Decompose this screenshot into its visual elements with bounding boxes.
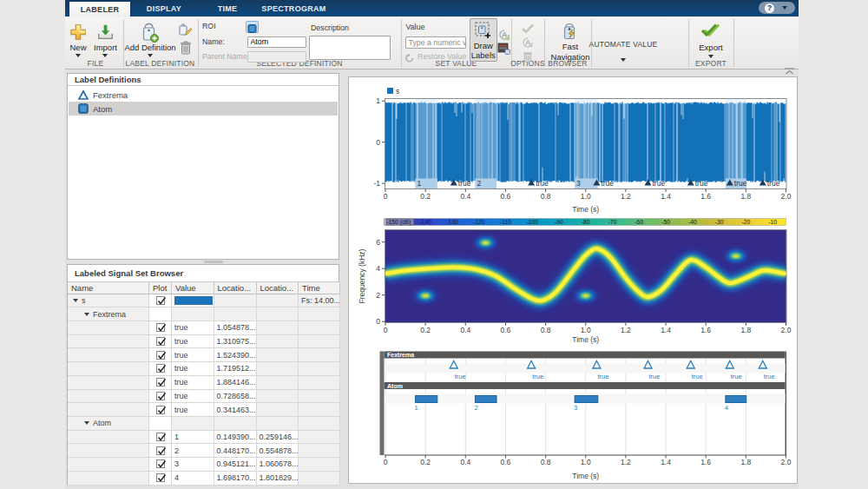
row-expander-icon[interactable] <box>84 313 89 316</box>
table-cell-plot[interactable] <box>149 335 172 349</box>
plot-checkbox[interactable] <box>156 433 165 441</box>
table-cell-location2[interactable]: 0.259146... <box>257 431 299 445</box>
table-cell-plot[interactable] <box>149 348 172 362</box>
plot-checkbox[interactable] <box>156 446 165 455</box>
roi-type-button[interactable] <box>246 21 259 33</box>
table-cell-value[interactable]: true <box>172 376 214 390</box>
table-cell-location1[interactable]: 1.310975... <box>214 335 257 349</box>
table-cell-plot[interactable] <box>149 472 172 486</box>
table-cell-location1[interactable]: 1.884146... <box>214 376 257 390</box>
table-cell-location1[interactable]: 1.719512... <box>214 362 257 376</box>
labeled-set-icon[interactable] <box>497 43 510 55</box>
plot-checkbox[interactable] <box>156 337 165 346</box>
spectrogram-plot[interactable]: -150 (dB)-140-130-120-110-100-90-80-70-6… <box>358 219 792 345</box>
column-header-plot[interactable]: Plot <box>149 282 172 294</box>
signal-plot[interactable]: s1234truetruetruetruetruetruetrue-10100.… <box>373 87 791 214</box>
automate-value-gallery[interactable]: AUTOMATE VALUE <box>575 40 671 49</box>
table-cell-value[interactable]: 1 <box>172 431 214 445</box>
tab-time[interactable]: TIME <box>201 0 254 17</box>
table-cell-location1[interactable]: 1.524390... <box>214 348 257 362</box>
draw-labels-button[interactable]: DrawLabels <box>470 18 497 62</box>
row-expander-icon[interactable] <box>84 421 89 425</box>
description-input[interactable] <box>312 36 390 45</box>
table-cell-plot[interactable] <box>149 321 172 335</box>
table-cell-value[interactable]: 4 <box>172 472 214 486</box>
plot-checkbox[interactable] <box>156 378 165 387</box>
table-cell-location2[interactable]: 0.554878... <box>257 444 299 458</box>
new-icon[interactable] <box>69 23 87 41</box>
table-cell-plot[interactable] <box>149 431 172 445</box>
name-input[interactable] <box>251 37 306 46</box>
table-cell-location1[interactable]: 0.728658... <box>214 390 257 404</box>
column-header-time[interactable]: Time <box>299 282 340 294</box>
edit-definition-icon[interactable] <box>179 23 193 36</box>
tab-spectrogram[interactable]: SPECTROGRAM <box>254 0 333 17</box>
table-cell-plot[interactable] <box>149 390 172 404</box>
table-cell-location2[interactable]: 1.060678... <box>257 458 299 472</box>
table-cell-value[interactable]: 3 <box>172 458 214 472</box>
add-definition-button[interactable]: Add Definition <box>111 43 189 52</box>
table-cell-location2[interactable]: 1.801829... <box>257 472 299 486</box>
table-cell-plot[interactable] <box>149 376 172 390</box>
column-header-locatio[interactable]: Locatio... <box>214 282 257 294</box>
table-cell-location1[interactable]: 0.945121... <box>214 458 257 472</box>
table-cell-plot[interactable] <box>149 294 172 308</box>
name-field[interactable] <box>247 36 306 49</box>
table-cell-value[interactable]: true <box>172 348 214 362</box>
atom-roi-bar[interactable] <box>415 396 437 403</box>
plot-checkbox[interactable] <box>156 364 165 373</box>
column-header-locatio[interactable]: Locatio... <box>257 282 299 294</box>
label-definition-item-atom[interactable]: Atom <box>69 102 338 116</box>
label-viewer[interactable]: FextremaAtomtruetruetruetruetruetruetrue… <box>380 352 792 481</box>
table-cell-value[interactable]: 2 <box>172 444 214 458</box>
tab-labeler[interactable]: LABELER <box>69 1 131 17</box>
track-header-fextrema[interactable] <box>385 352 786 359</box>
column-header-value[interactable]: Value <box>172 282 214 294</box>
help-button[interactable]: ? <box>759 2 795 14</box>
value-field[interactable] <box>405 36 466 49</box>
table-cell-plot[interactable] <box>149 444 172 458</box>
table-cell-location1[interactable]: 1.698170... <box>214 472 257 486</box>
plot-checkbox[interactable] <box>156 296 165 305</box>
atom-roi-bar[interactable] <box>575 396 598 403</box>
track-scrollbar[interactable] <box>380 352 385 456</box>
table-cell-value[interactable]: true <box>172 321 214 335</box>
roi-band[interactable] <box>415 99 437 189</box>
column-header-name[interactable]: Name <box>68 282 149 294</box>
plot-checkbox[interactable] <box>156 459 165 468</box>
table-cell-location1[interactable]: 1.054878... <box>214 321 257 335</box>
add-definition-icon[interactable] <box>141 23 160 43</box>
tab-display[interactable]: DISPLAY <box>133 0 195 17</box>
table-cell-plot[interactable] <box>149 458 172 472</box>
row-expander-icon[interactable] <box>73 299 78 302</box>
table-cell-location1[interactable]: 0.341463... <box>214 403 257 417</box>
plot-checkbox[interactable] <box>156 473 165 482</box>
delete-definition-icon[interactable] <box>180 41 192 55</box>
plot-checkbox[interactable] <box>156 323 165 332</box>
table-cell-value[interactable]: true <box>172 362 214 376</box>
fast-navigation-icon[interactable] <box>561 23 578 40</box>
import-icon[interactable] <box>95 23 115 41</box>
atom-roi-bar[interactable] <box>475 396 496 403</box>
collapse-ribbon-icon[interactable] <box>784 63 795 69</box>
description-field[interactable] <box>309 36 391 60</box>
fast-navigation-button-line2[interactable]: Navigation <box>531 52 609 62</box>
table-cell-location1[interactable]: 0.448170... <box>214 444 257 458</box>
roi-band[interactable] <box>726 99 746 189</box>
table-cell-value[interactable]: true <box>172 403 214 417</box>
table-cell-location1[interactable]: 0.149390... <box>214 431 257 445</box>
track-header-atom[interactable] <box>385 382 786 389</box>
plots-canvas[interactable]: s1234truetruetruetruetruetruetrue-10100.… <box>349 77 797 483</box>
roi-band[interactable] <box>475 99 496 189</box>
table-cell-value[interactable]: true <box>172 335 214 349</box>
plot-checkbox[interactable] <box>156 406 165 414</box>
plot-checkbox[interactable] <box>156 351 165 360</box>
roi-band[interactable] <box>575 99 598 189</box>
table-cell-plot[interactable] <box>149 362 172 376</box>
panel-splitter-handle[interactable] <box>204 261 223 263</box>
export-icon[interactable] <box>700 23 722 39</box>
export-button[interactable]: Export <box>672 43 750 52</box>
atom-roi-bar[interactable] <box>726 396 746 403</box>
value-input[interactable] <box>409 38 465 47</box>
plot-checkbox[interactable] <box>156 392 165 400</box>
